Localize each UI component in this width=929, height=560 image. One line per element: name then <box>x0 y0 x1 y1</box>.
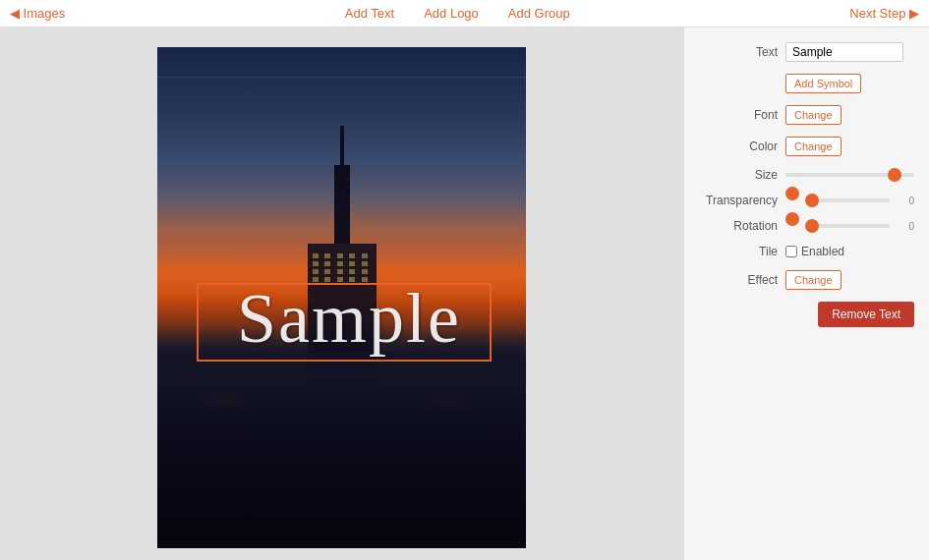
images-back-link[interactable]: ◀ Images <box>10 6 65 21</box>
rotation-slider-container: 0 <box>785 219 914 233</box>
top-navigation: ◀ Images Add Text Add Logo Add Group Nex… <box>0 0 929 28</box>
effect-property-row: Effect Change <box>699 270 914 290</box>
remove-text-button[interactable]: Remove Text <box>818 302 914 327</box>
add-symbol-button[interactable]: Add Symbol <box>785 74 861 93</box>
rotation-value: 0 <box>895 221 914 232</box>
transparency-property-row: Transparency 0 <box>699 194 914 207</box>
nav-back-section: ◀ Images <box>10 6 65 21</box>
transparency-slider-container: 0 <box>785 194 914 207</box>
add-group-link[interactable]: Add Group <box>508 6 570 21</box>
rotation-property-row: Rotation 0 <box>699 219 914 233</box>
building-tower <box>334 165 350 244</box>
effect-change-button[interactable]: Change <box>785 270 842 290</box>
wire-line <box>157 77 526 78</box>
image-canvas-area[interactable]: Sample <box>0 28 683 560</box>
canvas-sample-text[interactable]: Sample <box>187 283 511 354</box>
add-symbol-row: Add Symbol <box>699 74 914 93</box>
main-content: Sample Text Add Symbol Font Change Color… <box>0 28 929 560</box>
text-property-row: Text <box>699 42 914 62</box>
building-spire <box>340 126 344 165</box>
nav-center-actions: Add Text Add Logo Add Group <box>345 6 570 21</box>
color-label: Color <box>699 140 778 153</box>
tile-checkbox[interactable] <box>785 246 797 257</box>
transparency-value: 0 <box>895 196 914 206</box>
transparency-slider-track[interactable] <box>808 198 890 202</box>
font-property-row: Font Change <box>699 105 914 125</box>
building-windows <box>313 253 372 282</box>
next-step-link[interactable]: Next Step ▶ <box>849 6 919 21</box>
rotation-thumb-indicator <box>785 212 799 226</box>
effect-label: Effect <box>699 273 778 287</box>
tile-label: Tile <box>699 245 778 258</box>
rotation-label: Rotation <box>699 219 778 233</box>
size-slider-thumb[interactable] <box>888 168 901 182</box>
city-overlay <box>157 352 526 548</box>
image-wrapper: Sample <box>157 47 526 548</box>
add-text-link[interactable]: Add Text <box>345 6 394 21</box>
text-input[interactable] <box>785 42 903 62</box>
rotation-slider-track[interactable] <box>808 224 890 228</box>
transparency-label: Transparency <box>699 194 778 207</box>
color-property-row: Color Change <box>699 137 914 156</box>
rotation-slider-thumb[interactable] <box>805 219 819 233</box>
tile-checkbox-container: Enabled <box>785 245 844 258</box>
font-label: Font <box>699 108 778 122</box>
font-change-button[interactable]: Change <box>785 105 842 125</box>
properties-panel: Text Add Symbol Font Change Color Change… <box>683 28 929 560</box>
size-slider-track[interactable] <box>785 173 914 177</box>
remove-text-row: Remove Text <box>699 302 914 327</box>
color-change-button[interactable]: Change <box>785 137 842 156</box>
transparency-slider-thumb[interactable] <box>805 194 819 207</box>
add-logo-link[interactable]: Add Logo <box>424 6 479 21</box>
text-label: Text <box>699 45 778 59</box>
tile-enabled-label: Enabled <box>801 245 844 258</box>
size-property-row: Size <box>699 168 914 182</box>
transparency-thumb-indicator <box>785 187 799 200</box>
nav-next-section: Next Step ▶ <box>849 6 919 21</box>
size-slider-container <box>785 173 914 177</box>
tile-property-row: Tile Enabled <box>699 245 914 258</box>
size-label: Size <box>699 168 778 182</box>
